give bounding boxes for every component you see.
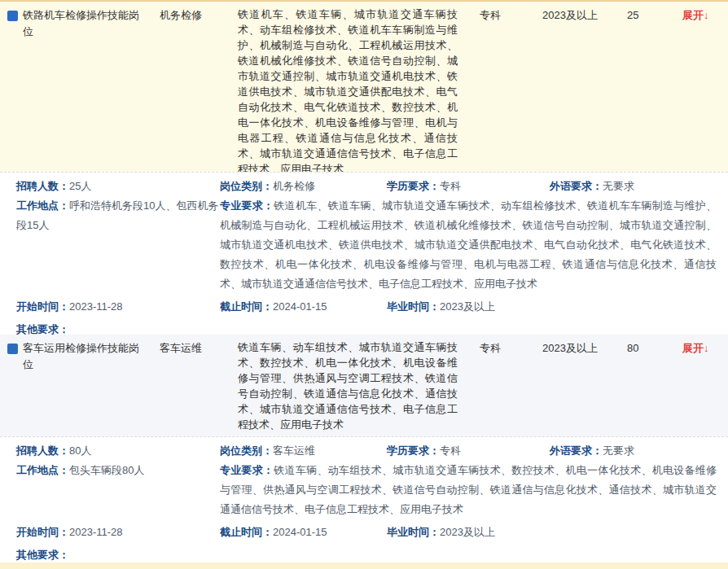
job-details-1: 招聘人数：25人 岗位类别：机务检修 学历要求：专科 外语要求：无要求 工作地点… xyxy=(0,172,728,335)
job-title: 铁路机车检修操作技能岗位 xyxy=(23,7,147,40)
expand-toggle-link[interactable]: 展开↓ xyxy=(682,7,709,24)
recruit-count-field: 招聘人数：25人 xyxy=(16,177,220,196)
work-location-label: 工作地点： xyxy=(16,199,69,212)
detail-row: 开始时间：2023-11-28 截止时间：2024-01-15 毕业时间：202… xyxy=(16,297,717,317)
recruit-count-label: 招聘人数： xyxy=(16,444,69,457)
recruit-count-value: 25人 xyxy=(69,180,91,192)
end-date-label: 截止时间： xyxy=(220,526,273,538)
majors-required-field: 专业要求：铁道机车、铁道车辆、城市轨道交通车辆技术、动车组检修技术、铁道机车车辆… xyxy=(220,196,717,294)
start-date-label: 开始时间： xyxy=(16,300,69,313)
detail-row: 开始时间：2023-11-28 截止时间：2024-01-15 毕业时间：202… xyxy=(16,523,717,542)
end-date-label: 截止时间： xyxy=(220,300,273,313)
job-bullet-icon xyxy=(7,11,18,21)
education-label: 学历要求： xyxy=(387,180,440,192)
recruit-count-field: 招聘人数：80人 xyxy=(16,441,220,461)
foreign-language-value: 无要求 xyxy=(603,180,634,192)
education-field: 学历要求：专科 xyxy=(387,441,550,461)
foreign-language-label: 外语要求： xyxy=(550,444,603,457)
detail-row: 招聘人数：80人 岗位类别：客车运维 学历要求：专科 外语要求：无要求 xyxy=(16,441,717,461)
job-category: 机务检修 xyxy=(160,7,225,24)
other-requirements-label: 其他要求： xyxy=(16,549,69,561)
start-date-field: 开始时间：2023-11-28 xyxy=(16,297,220,317)
foreign-language-field: 外语要求：无要求 xyxy=(550,177,717,196)
job-row-1: 铁路机车检修操作技能岗位 机务检修 铁道机车、铁道车辆、城市轨道交通车辆技术、动… xyxy=(0,2,728,172)
job-education: 专科 xyxy=(480,7,501,24)
category-field: 岗位类别：客车运维 xyxy=(220,441,387,461)
job-headcount: 25 xyxy=(627,7,638,24)
graduation-time-label: 毕业时间： xyxy=(387,526,440,538)
graduation-time-value: 2023及以上 xyxy=(440,526,495,538)
end-date-field: 截止时间：2024-01-15 xyxy=(220,523,387,542)
graduation-time-value: 2023及以上 xyxy=(440,300,495,313)
job-majors-summary: 铁道车辆、动车组技术、城市轨道交通车辆技术、数控技术、机电一体化技术、机电设备维… xyxy=(238,339,458,432)
job-category: 客车运维 xyxy=(160,340,225,357)
foreign-language-field: 外语要求：无要求 xyxy=(550,441,717,461)
category-field: 岗位类别：机务检修 xyxy=(220,177,387,196)
education-field: 学历要求：专科 xyxy=(387,177,550,196)
education-label: 学历要求： xyxy=(387,444,440,457)
job-majors-summary: 铁道机车、铁道车辆、城市轨道交通车辆技术、动车组检修技术、铁道机车车辆制造与维护… xyxy=(238,7,458,172)
graduation-time-field: 毕业时间：2023及以上 xyxy=(387,523,717,542)
start-date-label: 开始时间： xyxy=(16,526,69,538)
detail-row: 工作地点：包头车辆段80人 专业要求：铁道车辆、动车组技术、城市轨道交通车辆技术… xyxy=(16,461,717,519)
detail-row: 招聘人数：25人 岗位类别：机务检修 学历要求：专科 外语要求：无要求 xyxy=(16,177,717,196)
foreign-language-value: 无要求 xyxy=(603,444,634,457)
majors-required-label: 专业要求： xyxy=(220,199,274,212)
end-date-field: 截止时间：2024-01-15 xyxy=(220,297,387,317)
recruit-count-label: 招聘人数： xyxy=(16,180,69,192)
category-label: 岗位类别： xyxy=(220,444,273,457)
other-requirements-field: 其他要求： xyxy=(16,545,717,562)
work-location-field: 工作地点：呼和浩特机务段10人、包西机务段15人 xyxy=(16,196,220,235)
expand-toggle-link[interactable]: 展开↓ xyxy=(682,340,709,357)
job-graduation-year: 2023及以上 xyxy=(542,7,598,24)
majors-required-value: 铁道车辆、动车组技术、城市轨道交通车辆技术、数控技术、机电一体化技术、机电设备维… xyxy=(220,464,717,515)
end-date-value: 2024-01-15 xyxy=(273,526,327,538)
job-details-2: 招聘人数：80人 岗位类别：客车运维 学历要求：专科 外语要求：无要求 工作地点… xyxy=(0,436,728,562)
job-row-2: 客车运用检修操作技能岗位 客车运维 铁道车辆、动车组技术、城市轨道交通车辆技术、… xyxy=(0,335,728,436)
job-title: 客车运用检修操作技能岗位 xyxy=(23,340,147,373)
job-education: 专科 xyxy=(480,340,501,357)
end-date-value: 2024-01-15 xyxy=(273,300,327,313)
start-date-field: 开始时间：2023-11-28 xyxy=(16,523,220,542)
detail-row: 其他要求： xyxy=(16,545,717,562)
education-value: 专科 xyxy=(440,444,461,457)
category-value: 机务检修 xyxy=(273,180,315,192)
majors-required-field: 专业要求：铁道车辆、动车组技术、城市轨道交通车辆技术、数控技术、机电一体化技术、… xyxy=(220,461,717,519)
recruit-count-value: 80人 xyxy=(69,444,91,457)
majors-required-value: 铁道机车、铁道车辆、城市轨道交通车辆技术、动车组检修技术、铁道机车车辆制造与维护… xyxy=(220,199,717,290)
work-location-label: 工作地点： xyxy=(16,464,69,476)
detail-row: 工作地点：呼和浩特机务段10人、包西机务段15人 专业要求：铁道机车、铁道车辆、… xyxy=(16,196,717,294)
majors-required-label: 专业要求： xyxy=(220,464,274,476)
work-location-value: 包头车辆段80人 xyxy=(69,464,144,476)
category-value: 客车运维 xyxy=(273,444,315,457)
graduation-time-label: 毕业时间： xyxy=(387,300,440,313)
job-headcount: 80 xyxy=(627,340,638,357)
category-label: 岗位类别： xyxy=(220,180,273,192)
foreign-language-label: 外语要求： xyxy=(550,180,603,192)
graduation-time-field: 毕业时间：2023及以上 xyxy=(387,297,717,317)
other-requirements-label: 其他要求： xyxy=(16,323,69,335)
other-requirements-field: 其他要求： xyxy=(16,320,717,335)
job-bullet-icon xyxy=(7,344,18,354)
work-location-field: 工作地点：包头车辆段80人 xyxy=(16,461,220,480)
detail-row: 其他要求： xyxy=(16,320,717,335)
job-graduation-year: 2023及以上 xyxy=(542,340,598,357)
start-date-value: 2023-11-28 xyxy=(69,300,123,313)
job-list-page: 铁路机车检修操作技能岗位 机务检修 铁道机车、铁道车辆、城市轨道交通车辆技术、动… xyxy=(0,0,728,569)
start-date-value: 2023-11-28 xyxy=(69,526,123,538)
next-row-strip xyxy=(0,562,728,569)
education-value: 专科 xyxy=(440,180,461,192)
